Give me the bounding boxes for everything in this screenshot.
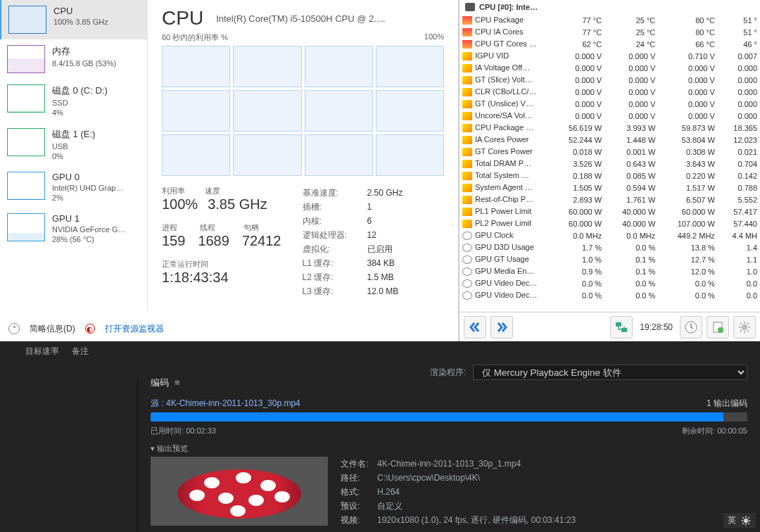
hwinfo-row[interactable]: GT (Slice) Volt…0.000 V0.000 V0.000 V0.0… — [460, 74, 760, 86]
proc-val: 159 — [162, 233, 185, 249]
encode-panel-title: 编码≡ — [151, 376, 747, 389]
svg-point-6 — [744, 518, 748, 522]
ame-sidebar — [0, 378, 138, 532]
tm-heading: CPU — [162, 7, 203, 30]
tm-cpu-name: Intel(R) Core(TM) i5-10500H CPU @ 2.… — [216, 13, 444, 24]
hnd-val: 72412 — [242, 233, 281, 249]
tm-core-grid — [162, 46, 444, 176]
thr-val: 1689 — [198, 233, 229, 249]
hwinfo-row[interactable]: CPU Package77 °C25 °C80 °C51 ° — [460, 14, 760, 26]
hwinfo-row[interactable]: GT Cores Power0.018 W0.001 W0.308 W0.021 — [460, 146, 760, 158]
tm-sidebar-item[interactable]: 磁盘 1 (E:)USB0% — [0, 122, 147, 166]
svg-point-5 — [742, 324, 747, 330]
uptime-val: 1:18:43:34 — [162, 270, 281, 286]
panel-menu-icon[interactable]: ≡ — [175, 377, 182, 388]
hwinfo-row[interactable]: Uncore/SA Vol…0.000 V0.000 V0.000 V0.000 — [460, 110, 760, 122]
source-file: 源 : 4K-Chimei-inn-2011-1013_30p.mp4 — [151, 398, 300, 410]
tab-notes[interactable]: 备注 — [72, 346, 89, 357]
hwinfo-row[interactable]: Total DRAM P…3.526 W0.643 W3.643 W0.704 — [460, 158, 760, 170]
hwinfo-row[interactable]: GPU Video Dec…0.0 %0.0 %0.0 %0.0 — [460, 277, 760, 289]
hwinfo-time: 19:28:50 — [640, 322, 673, 332]
tm-sidebar-item[interactable]: 内存8.4/15.8 GB (53%) — [0, 39, 147, 79]
hwinfo-row[interactable]: CLR (CBo/LLC/…0.000 V0.000 V0.000 V0.000 — [460, 86, 760, 98]
preview-thumbnail — [151, 457, 328, 526]
output-count: 1 输出编码 — [707, 398, 747, 410]
preview-label[interactable]: ▾ 输出预览 — [151, 443, 747, 454]
hwinfo-row[interactable]: Rest-of-Chip P…2.893 W1.761 W6.507 W5.55… — [460, 194, 760, 205]
hwinfo-row[interactable]: CPU IA Cores77 °C25 °C80 °C51 ° — [460, 26, 760, 38]
media-encoder-window: 目标速率 备注 渲染程序: 仅 Mercury Playback Engine … — [0, 341, 760, 532]
hwinfo-row[interactable]: Total System …0.188 W0.085 W0.220 W0.142 — [460, 170, 760, 182]
hwinfo-row[interactable]: PL2 Power Limit60.000 W40.000 W107.000 W… — [460, 217, 760, 229]
tab-target-rate[interactable]: 目标速率 — [25, 346, 59, 357]
hwinfo-toolbar: 19:28:50 — [460, 312, 760, 341]
hwinfo-row[interactable]: CPU GT Cores …62 °C24 °C66 °C46 ° — [460, 38, 760, 50]
hwinfo-section-header[interactable]: CPU [#0]: Inte… — [460, 0, 760, 14]
net-button[interactable] — [610, 316, 633, 338]
hwinfo-row[interactable]: GPU Clock0.0 MHz0.0 MHz449.2 MHz4.4 MH — [460, 229, 760, 241]
nav-fwd-button[interactable] — [490, 316, 513, 338]
elapsed-time: 00:02:33 — [186, 426, 216, 435]
log-button[interactable] — [707, 316, 729, 338]
svg-rect-0 — [616, 322, 621, 327]
hwinfo-row[interactable]: GPU D3D Usage1.7 %0.0 %13.8 %1.4 — [460, 241, 760, 253]
ime-indicator[interactable]: 英 — [723, 513, 756, 528]
chip-icon — [465, 3, 475, 11]
encode-progress — [151, 412, 747, 422]
gear-icon[interactable] — [740, 515, 752, 526]
nav-back-button[interactable] — [464, 316, 486, 338]
hwinfo-row[interactable]: GPU Video Dec…0.0 %0.0 %0.0 %0.0 — [460, 289, 760, 301]
chevron-up-icon[interactable]: ˄ — [8, 323, 20, 334]
hwinfo-row[interactable]: IA Cores Power52.244 W1.448 W53.804 W12.… — [460, 134, 760, 146]
settings-button[interactable] — [733, 316, 756, 338]
tm-footer: ˄ 简略信息(D) ◐ 打开资源监视器 — [0, 316, 458, 341]
hwinfo-row[interactable]: PL1 Power Limit60.000 W40.000 W60.000 W5… — [460, 205, 760, 217]
hwinfo-row[interactable]: GPU Media En…0.9 %0.1 %12.0 %1.0 — [460, 265, 760, 277]
hwinfo-window: CPU [#0]: Inte… CPU Package77 °C25 °C80 … — [459, 0, 760, 341]
tm-graph-right: 100% — [424, 32, 444, 43]
tm-sidebar-item[interactable]: CPU100% 3.85 GHz — [0, 0, 147, 39]
tm-main: CPU Intel(R) Core(TM) i5-10500H CPU @ 2.… — [148, 0, 458, 310]
tm-sidebar: CPU100% 3.85 GHz 内存8.4/15.8 GB (53%) 磁盘 … — [0, 0, 148, 310]
tm-sidebar-item[interactable]: 磁盘 0 (C: D:)SSD4% — [0, 79, 147, 122]
hwinfo-row[interactable]: System Agent …1.505 W0.594 W1.517 W0.788 — [460, 182, 760, 194]
svg-point-4 — [718, 327, 723, 333]
tm-graph-label: 60 秒内的利用率 % — [162, 32, 228, 43]
hwinfo-row[interactable]: IA Voltage Off…0.000 V0.000 V0.000 V0.00… — [460, 62, 760, 74]
hwinfo-row[interactable]: GT (Unslice) V…0.000 V0.000 V0.000 V0.00… — [460, 98, 760, 110]
task-manager-window: CPU100% 3.85 GHz 内存8.4/15.8 GB (53%) 磁盘 … — [0, 0, 459, 341]
resmon-icon: ◐ — [85, 324, 95, 334]
tm-sidebar-item[interactable]: GPU 1NVIDIA GeForce G…28% (56 °C) — [0, 208, 147, 249]
ame-tabs: 目标速率 备注 — [0, 341, 760, 362]
open-resmon-link[interactable]: 打开资源监视器 — [105, 323, 164, 335]
util-val: 100% — [162, 196, 198, 213]
hwinfo-row[interactable]: GPU GT Usage1.0 %0.1 %12.7 %1.1 — [460, 253, 760, 265]
brief-info-link[interactable]: 简略信息(D) — [30, 323, 75, 335]
tm-sidebar-item[interactable]: GPU 0Intel(R) UHD Grap…2% — [0, 166, 147, 208]
hwinfo-row[interactable]: IGPU VID0.000 V0.000 V0.710 V0.007 — [460, 50, 760, 62]
clock-button[interactable] — [680, 316, 702, 338]
hwinfo-row[interactable]: CPU Package …56.619 W3.993 W59.873 W18.3… — [460, 122, 760, 134]
hwinfo-table[interactable]: CPU Package77 °C25 °C80 °C51 °CPU IA Cor… — [460, 14, 760, 312]
output-meta: 文件名:4K-Chimei-inn-2011-1013_30p_1.mp4 路径… — [341, 457, 576, 527]
speed-val: 3.85 GHz — [208, 196, 267, 213]
remaining-time: 00:00:05 — [717, 426, 747, 435]
